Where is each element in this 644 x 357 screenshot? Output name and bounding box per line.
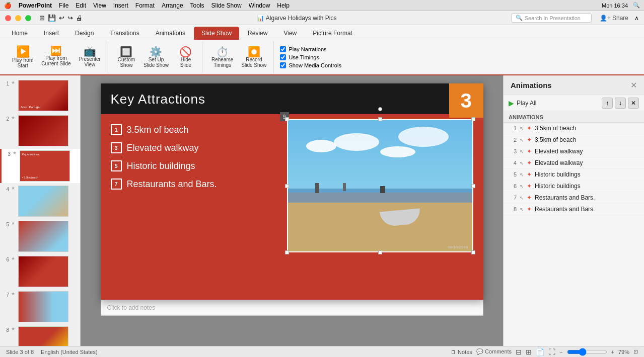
chevron-up-icon[interactable]: ∧: [634, 15, 639, 22]
animation-row[interactable]: 4 ↖ ✦ Elevated walkway: [504, 157, 644, 169]
search-icon[interactable]: 🔍: [633, 2, 640, 9]
play-from-start-button[interactable]: ▶️ Play fromStart: [9, 45, 36, 70]
use-timings-checkbox[interactable]: Use Timings: [280, 54, 319, 60]
slide-number-4: 4: [3, 186, 9, 192]
zoom-in-icon[interactable]: +: [611, 349, 614, 355]
slide-thumb-2[interactable]: 2 ★: [0, 114, 80, 148]
comments-button[interactable]: 💬 Comments: [476, 348, 512, 355]
handle-top-right[interactable]: [471, 117, 475, 121]
presenter-view-button[interactable]: 📺 PresenterView: [76, 45, 104, 70]
slide-star-3: ★: [13, 150, 18, 155]
handle-mid-right[interactable]: [471, 184, 475, 188]
setup-slideshow-icon: ⚙️: [150, 47, 162, 57]
slide-thumb-8[interactable]: 8 ★: [0, 325, 80, 346]
panel-close-button[interactable]: ✕: [630, 80, 637, 90]
play-narrations-input[interactable]: [280, 46, 286, 52]
rehearse-timings-button[interactable]: ⏱️ RehearseTimings: [208, 45, 236, 69]
slide-thumb-6[interactable]: 6 ★: [0, 254, 80, 289]
notes-button[interactable]: 🗒 Notes: [451, 349, 472, 355]
menu-item-help[interactable]: Help: [277, 2, 290, 9]
handle-bot-center[interactable]: [378, 250, 382, 254]
animation-row[interactable]: 1 ↖ ✦ 3.5km of beach: [504, 123, 644, 134]
animation-row[interactable]: 6 ↖ ✦ Historic buildings: [504, 181, 644, 192]
remove-animation-button[interactable]: ✕: [628, 98, 639, 109]
move-up-button[interactable]: ↑: [602, 98, 613, 109]
notes-area[interactable]: Click to add notes: [101, 300, 483, 316]
reading-view-icon[interactable]: 📄: [536, 348, 544, 356]
slide-thumb-4[interactable]: 4 ★: [0, 184, 80, 218]
slide-image-container[interactable]: 9: [287, 119, 473, 252]
zoom-out-icon[interactable]: −: [559, 349, 562, 355]
slide-sorter-icon[interactable]: ⊞: [526, 348, 532, 356]
sidebar-toggle-icon[interactable]: ⊞: [39, 14, 45, 22]
close-button[interactable]: [5, 15, 11, 21]
setup-slideshow-button[interactable]: ⚙️ Set UpSlide Show: [140, 45, 172, 69]
maximize-button[interactable]: [25, 15, 31, 21]
apple-menu[interactable]: 🍎: [4, 2, 12, 9]
fit-window-icon[interactable]: ⊡: [633, 348, 638, 355]
slide-canvas[interactable]: Key Attractions 3 1 3.5km of beach 3 Ele…: [101, 83, 483, 300]
zoom-slider[interactable]: [567, 348, 607, 356]
save-icon[interactable]: 💾: [48, 14, 56, 22]
animation-index: 5: [509, 171, 517, 177]
slide-thumb-7[interactable]: 7 ★: [0, 290, 80, 324]
record-slideshow-button[interactable]: ⏺️ RecordSlide Show: [238, 45, 269, 69]
menu-item-format[interactable]: Format: [135, 2, 155, 9]
tab-animations[interactable]: Animations: [148, 27, 193, 40]
redo-icon[interactable]: ↪: [67, 14, 73, 22]
search-box[interactable]: 🔍 Search in Presentation: [511, 13, 592, 23]
rehearse-timings-icon: ⏱️: [216, 47, 229, 57]
handle-bot-left[interactable]: [285, 250, 289, 254]
animation-row[interactable]: 2 ↖ ✦ 3.5km of beach: [504, 134, 644, 146]
tab-slideshow[interactable]: Slide Show: [194, 27, 239, 40]
tab-picture-format[interactable]: Picture Format: [305, 27, 360, 40]
menu-item-window[interactable]: Window: [249, 2, 270, 9]
menu-item-view[interactable]: View: [93, 2, 106, 9]
menu-item-tools[interactable]: Tools: [190, 2, 204, 9]
play-narrations-checkbox[interactable]: Play Narrations: [280, 46, 326, 52]
handle-mid-left[interactable]: [285, 184, 289, 188]
hide-slide-button[interactable]: 🚫 HideSlide: [174, 45, 198, 69]
title-bar: ⊞ 💾 ↩ ↪ 🖨 📊 Algarve Holidays with Pics 🔍…: [0, 11, 644, 25]
undo-icon[interactable]: ↩: [59, 14, 64, 22]
menu-item-powerpoint[interactable]: PowerPoint: [19, 2, 52, 9]
menu-item-insert[interactable]: Insert: [113, 2, 128, 9]
share-button[interactable]: 👤+ Share: [600, 15, 628, 22]
tab-review[interactable]: Review: [240, 27, 275, 40]
tab-transitions[interactable]: Transitions: [102, 27, 147, 40]
show-media-controls-input[interactable]: [280, 62, 286, 68]
tab-view[interactable]: View: [276, 27, 304, 40]
animation-row[interactable]: 3 ↖ ✦ Elevated walkway: [504, 146, 644, 157]
handle-top-left[interactable]: [285, 117, 289, 121]
tab-insert[interactable]: Insert: [36, 27, 66, 40]
menu-item-slideshow[interactable]: Slide Show: [211, 2, 242, 9]
hide-slide-icon: 🚫: [179, 47, 192, 57]
animation-row[interactable]: 7 ↖ ✦ Restaurants and Bars.: [504, 192, 644, 204]
slide-thumb-5[interactable]: 5 ★: [0, 219, 80, 253]
animations-list-header: ANIMATIONS: [504, 112, 644, 123]
show-media-controls-checkbox[interactable]: Show Media Controls: [280, 62, 341, 68]
handle-top-center[interactable]: [378, 117, 382, 121]
use-timings-input[interactable]: [280, 54, 286, 60]
print-icon[interactable]: 🖨: [76, 14, 83, 22]
normal-view-icon[interactable]: ⊟: [516, 348, 522, 356]
menu-item-edit[interactable]: Edit: [76, 2, 86, 9]
search-icon: 🔍: [516, 15, 523, 21]
slide-thumb-1[interactable]: 1 ★ Alvor, Portugal: [0, 78, 80, 113]
play-all-button[interactable]: ▶ Play All: [509, 99, 536, 107]
fullscreen-icon[interactable]: ⛶: [548, 348, 555, 356]
bullet-item: 3 Elevated walkway: [111, 142, 277, 153]
play-from-current-button[interactable]: ⏭️ Play fromCurrent Slide: [38, 45, 74, 70]
custom-show-button[interactable]: 🔲 CustomShow: [114, 45, 138, 69]
rotate-handle[interactable]: [378, 107, 382, 111]
menu-item-arrange[interactable]: Arrange: [162, 2, 183, 9]
slide-thumb-3[interactable]: 3 ★ Key Attractions• 3.5km beach: [0, 149, 80, 183]
handle-bot-right[interactable]: [471, 250, 475, 254]
tab-design[interactable]: Design: [67, 27, 101, 40]
tab-home[interactable]: Home: [4, 27, 35, 40]
animation-row[interactable]: 5 ↖ ✦ Historic buildings: [504, 169, 644, 181]
menu-item-file[interactable]: File: [59, 2, 68, 9]
minimize-button[interactable]: [15, 15, 21, 21]
animation-row[interactable]: 8 ↖ ✦ Restaurants and Bars.: [504, 204, 644, 215]
move-down-button[interactable]: ↓: [615, 98, 626, 109]
